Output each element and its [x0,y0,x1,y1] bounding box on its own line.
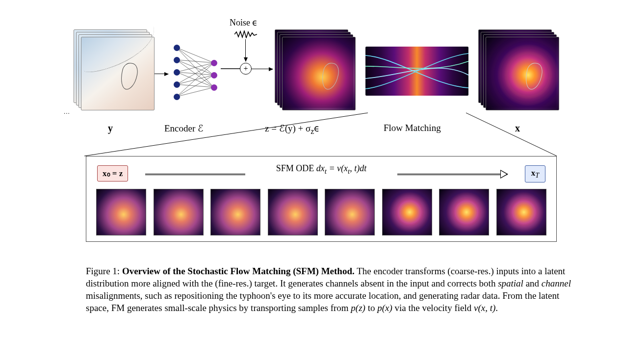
nn-node [174,57,180,63]
island-outline [320,61,341,91]
nn-node [174,94,180,100]
plus-circle-icon: + [240,63,252,75]
ode-thumb [210,189,260,235]
nn-node [211,84,217,91]
label-y: y [108,123,113,134]
xT-box: xT [525,165,545,182]
island-outline [119,61,140,91]
latent-z-stack [275,29,356,108]
label-flow-matching: Flow Matching [384,123,441,133]
ode-panel: x₀ = z SFM ODE dxt = ν(xt, t)dt xT [86,156,557,242]
output-x-stack [478,29,559,108]
label-encoder: Encoder ℰ [164,123,204,134]
ode-thumb [96,189,146,235]
ode-equation: SFM ODE dxt = ν(xt, t)dt [245,163,397,176]
arrow-right-icon [155,74,168,74]
island-outline [523,61,544,91]
ode-thumb [382,189,432,235]
encoder-network-icon [171,42,222,108]
ode-thumb [496,189,546,235]
connector-line [221,63,241,75]
noise-zigzag-icon [234,30,257,38]
flow-lines [365,47,468,96]
figure-container: ... [39,10,582,137]
nn-node [211,60,217,66]
svg-line-6 [177,63,214,72]
map-card-front [81,37,155,110]
nn-node [174,45,180,51]
ode-thumb [439,189,489,235]
nn-node [211,72,217,78]
pipeline-row: ... [39,10,582,137]
svg-line-3 [177,60,214,63]
nn-node [174,81,180,88]
flow-matching-ribbon [365,47,468,96]
svg-line-0 [177,48,214,63]
ode-thumb [325,189,375,235]
x0-box: x₀ = z [97,165,128,182]
input-map-stack [74,29,155,108]
heat-card-front [486,37,559,110]
label-x: x [515,123,520,134]
ode-thumb [268,189,318,235]
arrow-down-icon [245,39,246,61]
ode-thumb [154,189,204,235]
heat-card-front [282,37,356,110]
ode-thumbnail-row [96,189,546,235]
nn-node [174,69,180,76]
ellipsis-dots: ... [64,108,70,116]
figure-caption: Figure 1: Overview of the Stochastic Flo… [86,265,576,314]
arrow-right-icon [251,69,273,69]
noise-label: Noise ϵ [230,17,258,28]
svg-line-14 [177,87,214,97]
svg-line-13 [177,75,214,97]
label-z-equation: z = ℰ(y) + σzϵ [265,123,320,136]
svg-line-12 [177,63,214,97]
